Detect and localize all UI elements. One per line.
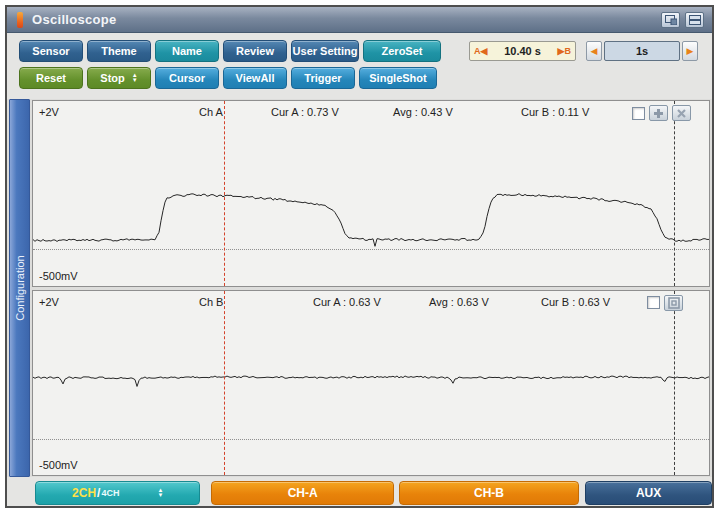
timebase-prev-button[interactable]: ◀ — [586, 41, 602, 61]
marker-a-label: A◀ — [474, 46, 487, 56]
channel-mode-separator: / — [97, 486, 100, 500]
zeroset-button[interactable]: ZeroSet — [363, 40, 441, 62]
channel-b-controls — [647, 295, 683, 311]
theme-button[interactable]: Theme — [87, 40, 151, 62]
sidebar-configuration-tab[interactable]: Configuration — [9, 99, 30, 477]
cursor-a-line[interactable] — [224, 291, 225, 476]
zero-reference-line — [33, 249, 709, 250]
close-button[interactable] — [672, 105, 691, 121]
maximize-button[interactable] — [664, 295, 683, 311]
app-window: Oscilloscope Sensor Theme Name Review Us… — [5, 5, 714, 508]
toolbar: Sensor Theme Name Review User Setting Ze… — [7, 33, 712, 99]
voltage-bottom-label: -500mV — [39, 270, 78, 282]
channel-panels: +2V Ch A Cur A : 0.73 V Avg : 0.43 V Cur… — [32, 99, 710, 477]
marker-b-label: ▶B — [558, 46, 571, 56]
zero-reference-line — [33, 439, 709, 440]
zoom-in-button[interactable] — [649, 105, 668, 121]
channel-a-panel: +2V Ch A Cur A : 0.73 V Avg : 0.43 V Cur… — [32, 100, 710, 287]
voltage-top-label: +2V — [39, 296, 59, 308]
stop-button-label: Stop — [100, 72, 124, 84]
toolbar-row-2: Reset Stop ▲▼ Cursor ViewAll Trigger Sin… — [19, 67, 706, 89]
bottom-bar: 2CH / 4CH ▲▼ CH-A CH-B AUX — [7, 477, 712, 508]
split-view-button[interactable] — [685, 12, 704, 28]
channel-b-panel: +2V Ch B Cur A : 0.63 V Avg : 0.63 V Cur… — [32, 290, 710, 477]
plus-icon — [653, 108, 664, 119]
main-area: Configuration +2V Ch A Cur A : 0.73 V Av… — [7, 99, 712, 477]
channel-label: Ch A — [199, 106, 223, 118]
sensor-button[interactable]: Sensor — [19, 40, 83, 62]
window-title: Oscilloscope — [32, 12, 656, 27]
channel-a-checkbox[interactable] — [632, 107, 645, 120]
cursor-b-line[interactable] — [674, 101, 675, 286]
aux-button[interactable]: AUX — [585, 481, 712, 505]
cursor-a-readout: Cur A : 0.63 V — [313, 296, 381, 308]
voltage-top-label: +2V — [39, 106, 59, 118]
review-button[interactable]: Review — [223, 40, 287, 62]
panes-layout-button[interactable] — [661, 12, 680, 28]
timebase-value: 1s — [604, 41, 680, 61]
timebase-next-button[interactable]: ▶ — [682, 41, 698, 61]
channel-mode-spinner-icon: ▲▼ — [157, 488, 163, 498]
ab-range-display[interactable]: A◀ 10.40 s ▶B — [469, 41, 576, 61]
ch-a-button[interactable]: CH-A — [211, 481, 393, 505]
channel-a-controls — [632, 105, 691, 121]
maximize-icon — [668, 297, 680, 309]
voltage-bottom-label: -500mV — [39, 459, 78, 471]
timebase-control: ◀ 1s ▶ — [586, 41, 698, 61]
cursor-b-readout: Cur B : 0.11 V — [521, 106, 589, 118]
ch-b-button[interactable]: CH-B — [399, 481, 579, 505]
channel-mode-selected: 2CH — [72, 486, 96, 500]
panes-icon — [665, 15, 677, 25]
cursor-a-line[interactable] — [224, 101, 225, 286]
title-bar: Oscilloscope — [7, 7, 712, 33]
cursor-b-readout: Cur B : 0.63 V — [541, 296, 610, 308]
viewall-button[interactable]: ViewAll — [223, 67, 287, 89]
channel-b-checkbox[interactable] — [647, 296, 660, 309]
stop-spinner-icon: ▲▼ — [132, 73, 138, 83]
cursor-button[interactable]: Cursor — [155, 67, 219, 89]
toolbar-row-1: Sensor Theme Name Review User Setting Ze… — [19, 40, 706, 62]
elapsed-time-value: 10.40 s — [487, 45, 557, 57]
channel-mode-alt: 4CH — [101, 488, 119, 498]
close-icon — [676, 108, 687, 119]
cursor-a-readout: Cur A : 0.73 V — [271, 106, 339, 118]
avg-readout: Avg : 0.43 V — [393, 106, 453, 118]
reset-button[interactable]: Reset — [19, 67, 83, 89]
stop-button[interactable]: Stop ▲▼ — [87, 67, 151, 89]
arrow-right-icon: ▶ — [687, 46, 694, 56]
waveform-b — [33, 291, 709, 476]
name-button[interactable]: Name — [155, 40, 219, 62]
split-view-icon — [689, 15, 701, 25]
arrow-left-icon: ◀ — [591, 46, 598, 56]
channel-mode-button[interactable]: 2CH / 4CH ▲▼ — [35, 481, 200, 505]
waveform-a — [33, 101, 709, 286]
cursor-b-line[interactable] — [674, 291, 675, 476]
sidebar-configuration-label: Configuration — [14, 255, 26, 320]
trigger-button[interactable]: Trigger — [291, 67, 355, 89]
avg-readout: Avg : 0.63 V — [429, 296, 489, 308]
app-icon — [17, 12, 23, 28]
channel-label: Ch B — [199, 296, 223, 308]
singleshot-button[interactable]: SingleShot — [359, 67, 437, 89]
user-setting-button[interactable]: User Setting — [291, 40, 359, 62]
